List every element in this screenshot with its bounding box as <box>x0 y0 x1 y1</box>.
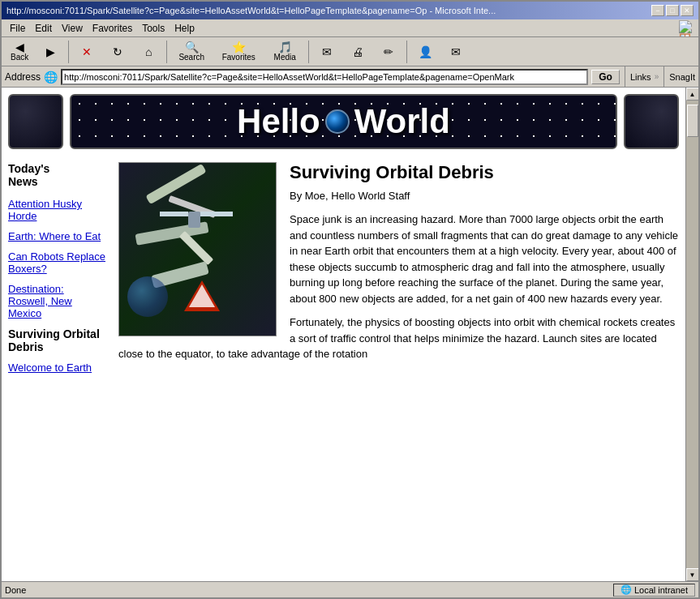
windows-logo-icon <box>679 20 695 36</box>
home-icon: ⌂ <box>145 46 152 58</box>
solar-panel-1 <box>200 212 233 216</box>
messenger-button[interactable]: 👤 <box>410 39 440 65</box>
sidebar-link-welcome[interactable]: Welcome to Earth <box>8 362 105 374</box>
search-label: Search <box>178 53 204 62</box>
title-bar: http://mosconi:7011/Spark/Satellite?c=Pa… <box>2 2 698 19</box>
links-expand-icon[interactable]: » <box>655 72 659 81</box>
toolbar-separator-1 <box>68 41 69 63</box>
snagit-separator <box>663 66 664 88</box>
scrollbar: ▲ ▼ <box>685 88 698 581</box>
banner-world: World <box>354 102 450 141</box>
debris-piece-4 <box>179 231 213 265</box>
browser-window: http://mosconi:7011/Spark/Satellite?c=Pa… <box>0 0 700 599</box>
globe-icon <box>325 109 350 134</box>
header-right-box <box>624 94 679 149</box>
sidebar-section-title: Today'sNews <box>8 162 105 188</box>
print-icon: 🖨 <box>352 46 363 58</box>
toolbar-separator-3 <box>308 41 309 63</box>
debris-scene <box>119 163 276 336</box>
sidebar-current-item: Surviving Orbital Debris <box>8 327 105 353</box>
status-text: Done <box>5 585 610 595</box>
sidebar-link-roswell[interactable]: Destination: Roswell, New Mexico <box>8 283 105 319</box>
stop-button[interactable]: ✕ <box>72 39 101 65</box>
edit-page-button[interactable]: ✏ <box>374 39 403 65</box>
messenger-icon: 👤 <box>419 46 432 58</box>
menu-file[interactable]: File <box>5 21 30 36</box>
favorites-button[interactable]: ⭐ Favorites <box>214 39 263 65</box>
header-left-box <box>8 94 63 149</box>
site-header: Hello World <box>2 88 685 156</box>
media-button[interactable]: 🎵 Media <box>264 39 305 65</box>
solar-panel-2 <box>160 212 188 216</box>
hotmail-icon: ✉ <box>451 46 461 58</box>
maximize-button[interactable]: □ <box>666 5 679 16</box>
refresh-icon: ↻ <box>113 46 122 58</box>
security-zone: 🌐 Local intranet <box>613 584 695 597</box>
links-label[interactable]: Links <box>630 72 651 82</box>
mail-button[interactable]: ✉ <box>312 39 341 65</box>
refresh-button[interactable]: ↻ <box>103 39 132 65</box>
menu-tools[interactable]: Tools <box>137 21 170 36</box>
address-label: Address <box>5 71 41 83</box>
site-main: Today'sNews Attention Husky Horde Earth:… <box>2 156 685 388</box>
menu-view[interactable]: View <box>57 21 88 36</box>
favorites-label: Favorites <box>222 53 256 62</box>
mail-icon: ✉ <box>322 46 332 58</box>
zone-label: Local intranet <box>634 585 688 595</box>
hotmail-button[interactable]: ✉ <box>441 39 470 65</box>
article-image <box>118 162 277 336</box>
earth-bg <box>127 276 168 317</box>
main-content: Surviving Orbital Debris By Moe, Hello W… <box>118 162 679 382</box>
toolbar: ◀ Back ▶ ✕ ↻ ⌂ 🔍 Search ⭐ Favorites 🎵 Me… <box>2 37 698 66</box>
satellite-body <box>188 212 200 228</box>
print-button[interactable]: 🖨 <box>343 39 372 65</box>
back-icon: ◀ <box>15 41 24 53</box>
title-bar-buttons: − □ ✕ <box>651 5 694 16</box>
edit-icon: ✏ <box>384 46 393 58</box>
scroll-thumb[interactable] <box>687 105 698 137</box>
sidebar: Today'sNews Attention Husky Horde Earth:… <box>8 162 105 382</box>
forward-icon: ▶ <box>46 46 55 58</box>
menu-help[interactable]: Help <box>170 21 200 36</box>
home-button[interactable]: ⌂ <box>134 39 163 65</box>
search-icon: 🔍 <box>185 41 199 53</box>
star-icon: ⭐ <box>232 41 246 53</box>
close-button[interactable]: ✕ <box>681 5 694 16</box>
menu-bar: File Edit View Favorites Tools Help <box>2 19 698 37</box>
banner-text: Hello World <box>237 102 450 141</box>
toolbar-separator-2 <box>166 41 167 63</box>
header-banner: Hello World <box>70 94 617 149</box>
status-bar: Done 🌐 Local intranet <box>2 581 698 597</box>
content-area: Hello World Today'sNews Attention Husky … <box>2 88 698 581</box>
menu-favorites[interactable]: Favorites <box>88 21 137 36</box>
scroll-up-button[interactable]: ▲ <box>686 88 699 101</box>
go-button[interactable]: Go <box>591 70 620 84</box>
banner-hello: Hello <box>237 102 320 141</box>
stop-icon: ✕ <box>82 46 92 58</box>
back-button[interactable]: ◀ Back <box>5 39 34 65</box>
site-wrapper: Hello World Today'sNews Attention Husky … <box>2 88 685 574</box>
menu-edit[interactable]: Edit <box>30 21 57 36</box>
zone-icon: 🌐 <box>621 584 632 595</box>
media-icon: 🎵 <box>278 41 292 53</box>
page-scroll[interactable]: Hello World Today'sNews Attention Husky … <box>2 88 685 581</box>
scroll-down-button[interactable]: ▼ <box>686 568 699 581</box>
minimize-button[interactable]: − <box>651 5 664 16</box>
snagit-label[interactable]: SnagIt <box>669 72 695 82</box>
media-label: Media <box>274 53 296 62</box>
sidebar-link-husky[interactable]: Attention Husky Horde <box>8 198 105 222</box>
scroll-track[interactable] <box>686 101 699 568</box>
url-icon: 🌐 <box>44 71 58 83</box>
address-bar: Address 🌐 Go Links » SnagIt <box>2 66 698 88</box>
sidebar-link-robots[interactable]: Can Robots Replace Boxers? <box>8 250 105 275</box>
address-input[interactable] <box>61 69 588 85</box>
search-button[interactable]: 🔍 Search <box>170 39 213 65</box>
title-bar-text: http://mosconi:7011/Spark/Satellite?c=Pa… <box>6 6 496 15</box>
forward-button[interactable]: ▶ <box>36 39 65 65</box>
sidebar-link-earth-eat[interactable]: Earth: Where to Eat <box>8 230 105 242</box>
back-label: Back <box>11 53 28 62</box>
yield-inner <box>189 285 215 307</box>
address-separator <box>625 66 625 88</box>
toolbar-separator-4 <box>406 41 407 63</box>
